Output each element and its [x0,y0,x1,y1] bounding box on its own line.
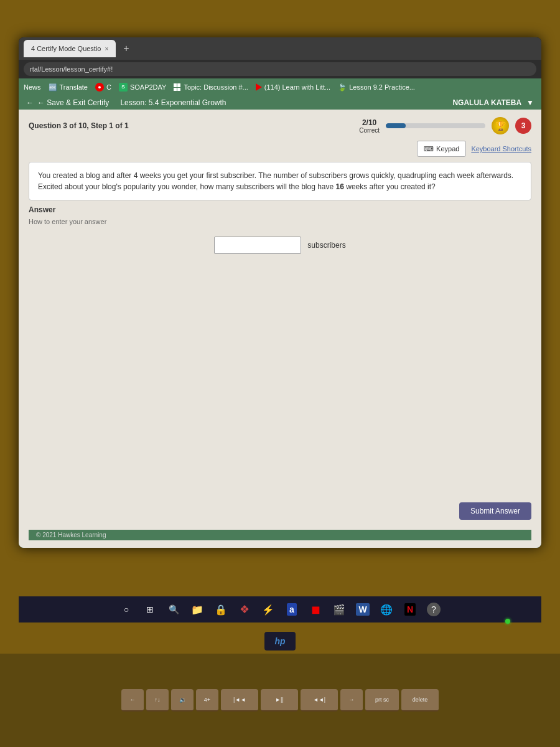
translate-label: Translate [60,83,88,91]
new-tab-button[interactable]: + [119,43,133,54]
keypad-button[interactable]: ⌨ Keypad [417,141,466,157]
prev-label: |◄◄ [233,697,246,703]
content-spacer [29,259,531,492]
answer-input[interactable] [214,237,301,254]
save-exit-label: ← Save & Exit Certify [37,98,109,107]
key-prev[interactable]: |◄◄ [221,689,258,712]
back-key-label: ← [130,697,136,703]
progress-fraction: 2/10 [359,118,380,127]
trophy-icon: 🏆 [492,117,509,134]
key-playpause[interactable]: ►|| [261,689,298,712]
learn-litt-label: (114) Learn with Litt... [264,83,330,91]
keyboard-shortcuts-link[interactable]: Keyboard Shortcuts [471,141,531,157]
submit-answer-button[interactable]: Submit Answer [459,502,531,520]
question-text: You created a blog and after 4 weeks you… [38,171,513,191]
taskbar-lock[interactable]: 🔒 [211,599,231,619]
highlight-number: 16 [336,182,344,191]
c-icon: ● [95,83,104,92]
bookmark-c[interactable]: ● C [95,83,111,92]
main-content: Question 3 of 10, Step 1 of 1 2/10 Corre… [19,110,541,548]
bookmarks-bar: News 🔤 Translate ● C S SOAP2DAY Topic: D… [19,78,541,96]
taskbar-search[interactable]: 🔍 [164,599,184,619]
taskbar-lightning[interactable]: ⚡ [258,599,278,619]
next-label: ◄◄| [313,697,325,703]
progress-info: 2/10 Correct [359,118,380,134]
taskbar-netflix[interactable]: N [400,599,420,619]
delete-key[interactable]: delete [401,689,439,712]
how-to-link[interactable]: How to enter your answer [29,218,531,225]
bookmark-news[interactable]: News [24,83,41,91]
keyboard-area: ← ↑↓ 🔉 4+ |◄◄ ►|| ◄◄| → prt sc delete [0,654,560,747]
indicator-light [505,619,510,624]
taskbar-help[interactable]: ? [424,599,444,619]
keypad-icon: ⌨ [424,145,434,153]
taskbar-media[interactable]: 🎬 [329,599,349,619]
taskbar-browser2[interactable]: 🌐 [376,599,396,619]
subscribers-label: subscribers [307,241,345,250]
soap2day-label: SOAP2DAY [130,83,167,91]
bookmark-soap2day[interactable]: S SOAP2DAY [119,83,167,92]
answer-section: Answer How to enter your answer [29,205,531,225]
user-name: NGALULA KATEBA [452,98,521,107]
url-bar[interactable]: rtal/Lesson/lesson_certify#! [24,62,536,76]
prt-sc-key[interactable]: prt sc [365,689,399,712]
translate-icon: 🔤 [49,83,57,92]
grid-icon [174,83,181,91]
progress-label: Correct [359,127,380,134]
delete-label: delete [413,697,428,703]
key-vol-down[interactable]: 🔉 [171,689,194,712]
tab-title: 4 Certify Mode Questio [31,45,101,52]
taskbar-taskview[interactable]: ⊞ [140,599,160,619]
bookmark-discussion[interactable]: Topic: Discussion #... [174,83,248,91]
url-bar-area: rtal/Lesson/lesson_certify#! [19,60,541,78]
vol-down-label: 🔉 [179,697,186,703]
answer-label: Answer [29,205,531,214]
key-right-arrow[interactable]: → [340,689,363,712]
save-exit-button[interactable]: ← ← Save & Exit Certify Lesson: 5.4 Expo… [26,98,226,107]
news-label: News [24,83,41,91]
lesson92-label: Lesson 9.2 Practice... [349,83,415,91]
play-icon [256,83,262,91]
4plus-label: 4+ [204,697,210,703]
browser2-icon: 🌐 [380,604,393,616]
taskbar-files[interactable]: 📁 [187,599,207,619]
app1-icon: ❖ [240,603,250,616]
text-app-icon: a [287,603,297,616]
key-next[interactable]: ◄◄| [301,689,338,712]
taskview-icon: ⊞ [146,604,154,614]
files-icon: 📁 [191,604,203,616]
screen-area: 4 Certify Mode Questio × + rtal/Lesson/l… [19,37,541,548]
app3-icon: ◼ [311,603,320,616]
bookmark-learn-litt[interactable]: (114) Learn with Litt... [256,83,330,91]
taskbar-start[interactable]: ○ [116,599,136,619]
taskbar-word[interactable]: W [353,599,373,619]
browser-tab[interactable]: 4 Certify Mode Questio × [24,40,116,57]
bookmark-lesson92[interactable]: 🍃 Lesson 9.2 Practice... [338,83,415,92]
question-box: You created a blog and after 4 weeks you… [29,162,531,200]
help-icon: ? [427,603,441,616]
prt-sc-label: prt sc [375,697,389,703]
key-updown[interactable]: ↑↓ [146,689,169,712]
word-icon: W [356,603,369,616]
progress-bar-fill [386,123,406,128]
c-label: C [106,83,111,91]
taskbar-app1[interactable]: ❖ [235,599,254,619]
taskbar-text-app[interactable]: a [282,599,302,619]
media-icon: 🎬 [333,604,345,616]
web-page: ← ← Save & Exit Certify Lesson: 5.4 Expo… [19,96,541,548]
page-footer: © 2021 Hawkes Learning [29,530,531,540]
bookmark-translate[interactable]: 🔤 Translate [49,83,88,92]
dropdown-arrow-icon[interactable]: ▼ [526,98,534,107]
search-icon: 🔍 [169,604,179,614]
discussion-label: Topic: Discussion #... [184,83,248,91]
page-header-bar: ← ← Save & Exit Certify Lesson: 5.4 Expo… [19,96,541,110]
key-4plus[interactable]: 4+ [196,689,218,712]
taskbar-app3[interactable]: ◼ [306,599,325,619]
back-icon: ← [26,98,34,107]
tab-close-icon[interactable]: × [105,45,109,52]
right-arrow-label: → [349,697,355,703]
progress-area: 2/10 Correct 🏆 3 [359,117,531,134]
key-back[interactable]: ← [121,689,144,712]
browser-chrome: 4 Certify Mode Questio × + [19,37,541,60]
soap2day-icon: S [119,83,128,92]
